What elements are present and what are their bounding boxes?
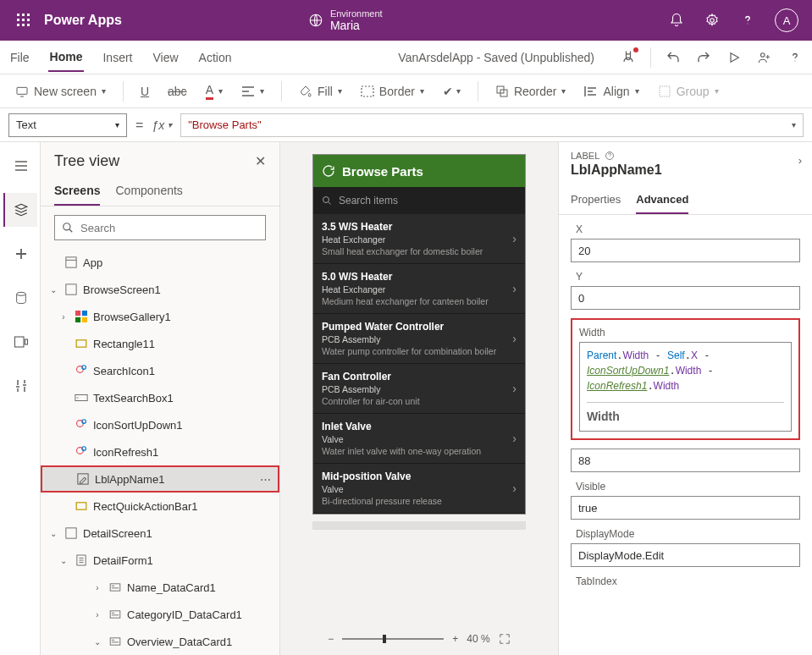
tree-search[interactable] (54, 215, 266, 240)
fx-icon[interactable]: ƒx▾ (152, 118, 172, 132)
help-menu-icon[interactable] (787, 49, 804, 66)
border-button[interactable]: Border▾ (354, 81, 431, 102)
align-button[interactable]: ▾ (235, 82, 271, 101)
tree-search-input[interactable] (80, 222, 258, 234)
rail-hamburger[interactable] (3, 149, 37, 183)
chevron-right-icon: › (512, 432, 516, 445)
gallery-item[interactable]: 5.0 W/S HeaterHeat ExchangerMedium heat … (313, 264, 525, 314)
formula-input[interactable]: "Browse Parts"▾ (180, 113, 804, 137)
props-tab-advanced[interactable]: Advanced (636, 186, 688, 214)
notifications-icon[interactable] (668, 12, 685, 29)
main-area: Tree view ✕ Screens Components App ⌄Brow… (0, 142, 812, 655)
play-icon[interactable] (726, 49, 743, 66)
tree-node-overview-card[interactable]: ⌄Overview_DataCard1 (41, 628, 279, 655)
menu-file[interactable]: File (8, 44, 31, 71)
fit-icon[interactable] (499, 633, 511, 645)
menu-action[interactable]: Action (197, 44, 234, 71)
tree-node-rectangle[interactable]: Rectangle11 (41, 330, 279, 357)
tree-node-detail-screen[interactable]: ⌄DetailScreen1 (41, 520, 279, 547)
props-tab-properties[interactable]: Properties (571, 186, 621, 214)
menu-view[interactable]: View (151, 44, 180, 71)
width-hint: Width (587, 402, 784, 426)
svg-rect-6 (17, 24, 19, 26)
gallery-item[interactable]: Fan ControllerPCB AssemblyController for… (313, 364, 525, 414)
tree-node-text-search[interactable]: TextSearchBox1 (41, 384, 279, 411)
rail-tools[interactable] (3, 369, 37, 403)
close-icon[interactable]: ✕ (255, 153, 266, 169)
formula-bar: Text▾ = ƒx▾ "Browse Parts"▾ (0, 108, 812, 142)
equals-label: = (135, 118, 143, 133)
tree-node-icon-sort[interactable]: IconSortUpDown1 (41, 411, 279, 438)
settings-icon[interactable] (704, 12, 721, 29)
svg-rect-1 (22, 14, 25, 16)
tree-node-browse-screen[interactable]: ⌄BrowseScreen1 (41, 276, 279, 303)
redo-icon[interactable] (695, 49, 712, 66)
svg-rect-3 (17, 19, 19, 21)
tree-body: App ⌄BrowseScreen1 ›BrowseGallery1 Recta… (41, 249, 279, 655)
font-color-button[interactable]: A▾ (199, 80, 229, 103)
help-icon[interactable] (739, 12, 756, 29)
phone-preview[interactable]: Browse Parts Search items 3.5 W/S Heater… (312, 154, 526, 515)
gallery-item[interactable]: Pumped Water ControllerPCB AssemblyWater… (313, 314, 525, 364)
tree-node-browse-gallery[interactable]: ›BrowseGallery1 (41, 303, 279, 330)
menu-insert[interactable]: Insert (101, 44, 134, 71)
svg-rect-36 (76, 503, 86, 509)
new-screen-button[interactable]: New screen▾ (8, 81, 113, 102)
tree-title: Tree view (54, 152, 119, 170)
tree-node-category-card[interactable]: ›CategoryID_DataCard1 (41, 601, 279, 628)
tree-node-icon-refresh[interactable]: IconRefresh1 (41, 438, 279, 465)
tree-node-detail-form[interactable]: ⌄DetailForm1 (41, 547, 279, 574)
underline-button[interactable]: U (134, 81, 156, 102)
tree-node-search-icon[interactable]: SearchIcon1 (41, 357, 279, 384)
visible-input[interactable]: true (571, 496, 800, 520)
zoom-out-icon[interactable]: − (328, 633, 334, 645)
tree-node-more-icon[interactable]: ⋯ (260, 473, 271, 486)
tab-screens[interactable]: Screens (54, 177, 100, 206)
phone-search[interactable]: Search items (313, 187, 525, 214)
strikethrough-button[interactable]: abc (161, 81, 194, 102)
environment-picker[interactable]: Environment Maria (308, 8, 383, 32)
property-selector[interactable]: Text▾ (8, 113, 127, 137)
height-input[interactable]: 88 (571, 449, 800, 472)
rail-data[interactable] (3, 281, 37, 315)
svg-point-10 (710, 19, 715, 23)
app-checker-icon[interactable] (620, 49, 637, 66)
waffle-icon[interactable] (7, 0, 41, 41)
app-status: VanArsdelApp - Saved (Unpublished) (398, 51, 594, 64)
tab-components[interactable]: Components (115, 177, 182, 206)
more-button[interactable]: ✔▾ (436, 81, 467, 102)
canvas-scrollbar[interactable] (312, 521, 526, 530)
tree-node-name-card[interactable]: ›Name_DataCard1 (41, 574, 279, 601)
phone-title: Browse Parts (342, 164, 516, 179)
gallery-item[interactable]: Inlet ValveValveWater inlet valve with o… (313, 414, 525, 464)
undo-icon[interactable] (665, 49, 682, 66)
rail-insert[interactable] (3, 237, 37, 271)
gallery-item[interactable]: 3.5 W/S HeaterHeat ExchangerSmall heat e… (313, 214, 525, 264)
tree-node-lbl-app-name[interactable]: LblAppName1⋯ (41, 465, 279, 493)
x-input[interactable]: 20 (571, 239, 800, 262)
align-controls-button[interactable]: Align▾ (577, 81, 645, 102)
chevron-right-icon[interactable]: › (798, 154, 802, 167)
group-button[interactable]: Group▾ (651, 81, 726, 102)
width-formula-input[interactable]: Parent.Width - Self.X - IconSortUpDown1.… (579, 342, 792, 432)
properties-panel: LABEL LblAppName1 › Properties Advanced … (558, 142, 812, 655)
zoom-in-icon[interactable]: + (452, 633, 458, 645)
zoom-slider[interactable] (342, 638, 444, 640)
svg-rect-12 (17, 87, 27, 94)
tree-node-app[interactable]: App (41, 249, 279, 276)
rail-tree-view[interactable] (3, 193, 37, 227)
rail-media[interactable] (3, 325, 37, 359)
displaymode-input[interactable]: DisplayMode.Edit (571, 543, 800, 567)
tree-node-rect-quick[interactable]: RectQuickActionBar1 (41, 493, 279, 520)
visible-label: Visible (576, 481, 800, 493)
reorder-button[interactable]: Reorder▾ (489, 81, 573, 102)
share-icon[interactable] (756, 49, 773, 66)
fill-button[interactable]: Fill▾ (292, 81, 349, 102)
avatar[interactable]: A (775, 8, 798, 32)
menu-home[interactable]: Home (48, 43, 85, 72)
svg-rect-13 (362, 86, 373, 96)
control-name: LblAppName1 (571, 162, 800, 178)
y-input[interactable]: 0 (571, 286, 800, 310)
displaymode-label: DisplayMode (576, 528, 800, 540)
gallery-item[interactable]: Mid-position ValveValveBi-directional pr… (313, 464, 525, 514)
